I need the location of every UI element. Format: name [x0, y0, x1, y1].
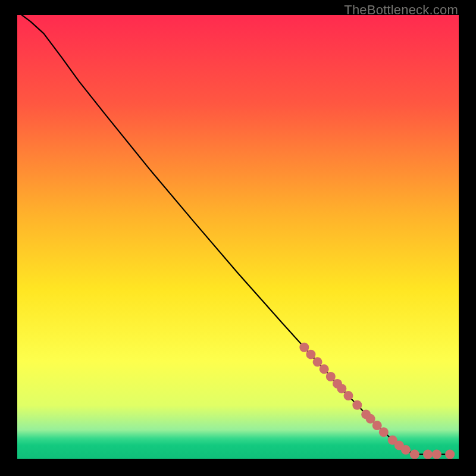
chart-stage: TheBottleneck.com	[0, 0, 476, 476]
data-marker	[313, 357, 322, 367]
bottleneck-chart	[17, 15, 459, 459]
data-marker	[306, 350, 315, 359]
data-marker	[423, 450, 433, 459]
data-marker	[445, 450, 455, 459]
data-marker	[352, 400, 362, 410]
data-marker	[401, 445, 411, 455]
data-marker	[320, 364, 329, 374]
data-marker	[299, 343, 309, 352]
data-marker	[432, 450, 441, 459]
gradient-background	[17, 15, 459, 459]
data-marker	[379, 427, 389, 437]
data-marker	[337, 384, 346, 393]
data-marker	[410, 450, 419, 459]
data-marker	[326, 372, 336, 381]
data-marker	[344, 391, 353, 400]
